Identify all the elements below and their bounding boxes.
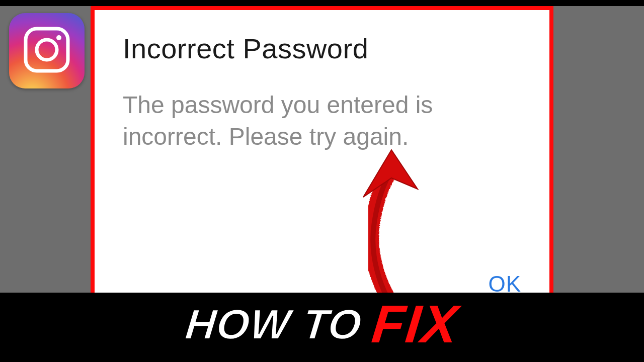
banner-lead-text: HOW TO [183,300,364,349]
instagram-logo [9,13,85,88]
error-dialog: Incorrect Password The password you ente… [95,10,549,293]
letterbox-top [0,0,644,6]
svg-point-1 [37,40,57,60]
dialog-body: The password you entered is incorrect. P… [123,89,505,153]
svg-rect-0 [26,29,68,71]
svg-point-2 [56,35,61,40]
title-banner: HOW TO FIX [0,293,644,356]
letterbox-bottom [0,356,644,362]
dialog-title: Incorrect Password [123,32,521,65]
banner-emphasis-text: FIX [370,300,461,348]
instagram-icon [22,25,72,77]
